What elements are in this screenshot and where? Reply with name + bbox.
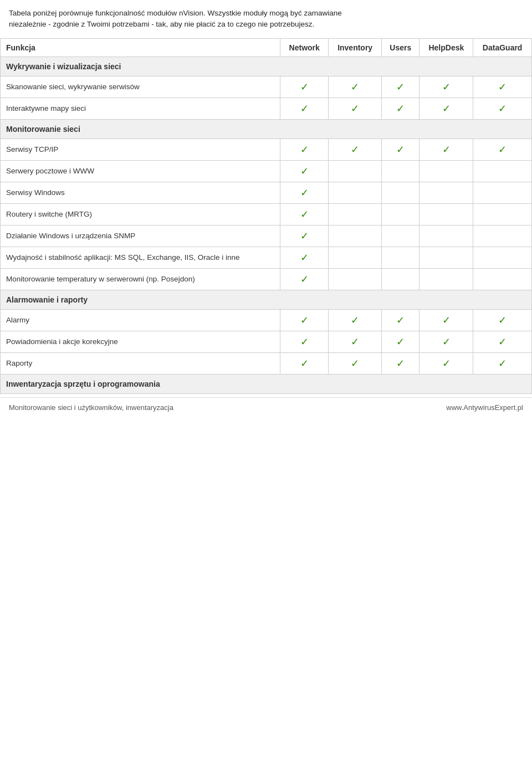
check-cell-helpdesk: ✓	[420, 76, 473, 98]
check-cell-network: ✓	[280, 76, 329, 98]
section-header-row: Wykrywanie i wizualizacja sieci	[1, 57, 532, 76]
row-label: Monitorowanie temperatury w serwerowni (…	[1, 268, 280, 290]
check-cell-users: ✓	[382, 76, 420, 98]
check-cell-helpdesk: ✓	[420, 139, 473, 160]
check-cell-inventory: ✓	[329, 331, 382, 352]
check-cell-network: ✓	[280, 331, 329, 352]
check-cell-inventory	[329, 247, 382, 268]
checkmark-icon: ✓	[396, 81, 405, 93]
checkmark-icon: ✓	[442, 358, 451, 369]
table-row: Wydajność i stabilność aplikacji: MS SQL…	[1, 247, 532, 268]
table-row: Routery i switche (MRTG)✓	[1, 203, 532, 225]
table-row: Skanowanie sieci, wykrywanie serwisów✓✓✓…	[1, 76, 532, 98]
section-title: Wykrywanie i wizualizacja sieci	[1, 57, 532, 76]
check-cell-users: ✓	[382, 98, 420, 119]
check-cell-network: ✓	[280, 203, 329, 225]
checkmark-icon: ✓	[300, 358, 309, 369]
check-cell-dataguard: ✓	[473, 76, 532, 98]
check-cell-helpdesk	[420, 247, 473, 268]
check-cell-inventory	[329, 182, 382, 203]
row-label: Serwisy TCP/IP	[1, 139, 280, 160]
check-cell-helpdesk	[420, 182, 473, 203]
row-label: Alarmy	[1, 309, 280, 331]
row-label: Powiadomienia i akcje korekcyjne	[1, 331, 280, 352]
checkmark-icon: ✓	[498, 336, 507, 347]
table-row: Serwisy TCP/IP✓✓✓✓✓	[1, 139, 532, 160]
checkmark-icon: ✓	[498, 103, 507, 114]
check-cell-dataguard: ✓	[473, 139, 532, 160]
check-cell-dataguard	[473, 247, 532, 268]
checkmark-icon: ✓	[300, 81, 309, 93]
checkmark-icon: ✓	[300, 274, 309, 285]
table-row: Alarmy✓✓✓✓✓	[1, 309, 532, 331]
checkmark-icon: ✓	[351, 315, 359, 326]
checkmark-icon: ✓	[498, 315, 507, 326]
table-row: Powiadomienia i akcje korekcyjne✓✓✓✓✓	[1, 331, 532, 352]
check-cell-network: ✓	[280, 139, 329, 160]
check-cell-inventory: ✓	[329, 139, 382, 160]
check-cell-inventory: ✓	[329, 309, 382, 331]
checkmark-icon: ✓	[351, 103, 359, 114]
checkmark-icon: ✓	[300, 144, 309, 155]
check-cell-users	[382, 247, 420, 268]
checkmark-icon: ✓	[300, 103, 309, 114]
header-users: Users	[382, 38, 420, 57]
row-label: Routery i switche (MRTG)	[1, 203, 280, 225]
intro-paragraph: Tabela poniżej porównuje funkcjonalność …	[0, 0, 532, 36]
checkmark-icon: ✓	[300, 252, 309, 263]
checkmark-icon: ✓	[396, 103, 405, 114]
check-cell-network: ✓	[280, 160, 329, 182]
check-cell-dataguard: ✓	[473, 352, 532, 374]
check-cell-helpdesk: ✓	[420, 331, 473, 352]
page-footer: Monitorowanie sieci i użytkowników, inwe…	[0, 397, 532, 417]
checkmark-icon: ✓	[396, 358, 405, 369]
check-cell-dataguard	[473, 160, 532, 182]
checkmark-icon: ✓	[300, 230, 309, 242]
check-cell-inventory	[329, 160, 382, 182]
check-cell-inventory: ✓	[329, 76, 382, 98]
check-cell-users	[382, 182, 420, 203]
check-cell-network: ✓	[280, 268, 329, 290]
header-funkcja: Funkcja	[1, 38, 280, 57]
table-row: Działanie Windows i urządzenia SNMP✓	[1, 225, 532, 247]
check-cell-helpdesk: ✓	[420, 309, 473, 331]
table-header-row: Funkcja Network Inventory Users HelpDesk…	[1, 38, 532, 57]
check-cell-network: ✓	[280, 309, 329, 331]
checkmark-icon: ✓	[396, 336, 405, 347]
check-cell-users: ✓	[382, 309, 420, 331]
intro-line2: niezależnie - zgodnie z Twoimi potrzebam…	[9, 20, 314, 28]
check-cell-users	[382, 268, 420, 290]
check-cell-network: ✓	[280, 247, 329, 268]
check-cell-inventory: ✓	[329, 352, 382, 374]
checkmark-icon: ✓	[442, 81, 451, 93]
checkmark-icon: ✓	[396, 315, 405, 326]
checkmark-icon: ✓	[351, 358, 359, 369]
check-cell-dataguard: ✓	[473, 98, 532, 119]
header-helpdesk: HelpDesk	[420, 38, 473, 57]
check-cell-inventory	[329, 268, 382, 290]
section-title: Alarmowanie i raporty	[1, 290, 532, 309]
header-dataguard: DataGuard	[473, 38, 532, 57]
check-cell-helpdesk	[420, 225, 473, 247]
table-row: Monitorowanie temperatury w serwerowni (…	[1, 268, 532, 290]
row-label: Raporty	[1, 352, 280, 374]
comparison-table: Funkcja Network Inventory Users HelpDesk…	[0, 38, 532, 394]
section-title: Monitorowanie sieci	[1, 119, 532, 139]
check-cell-users	[382, 225, 420, 247]
header-inventory: Inventory	[329, 38, 382, 57]
check-cell-helpdesk: ✓	[420, 98, 473, 119]
row-label: Serwisy Windows	[1, 182, 280, 203]
row-label: Interaktywne mapy sieci	[1, 98, 280, 119]
footer-right: www.AntywirusExpert.pl	[446, 403, 523, 412]
checkmark-icon: ✓	[300, 209, 309, 220]
check-cell-users	[382, 203, 420, 225]
checkmark-icon: ✓	[300, 187, 309, 198]
table-row: Serwisy Windows✓	[1, 182, 532, 203]
checkmark-icon: ✓	[300, 166, 309, 177]
checkmark-icon: ✓	[442, 103, 451, 114]
checkmark-icon: ✓	[498, 358, 507, 369]
row-label: Działanie Windows i urządzenia SNMP	[1, 225, 280, 247]
check-cell-inventory	[329, 225, 382, 247]
section-header-row: Inwentaryzacja sprzętu i oprogramowania	[1, 374, 532, 393]
check-cell-inventory: ✓	[329, 98, 382, 119]
